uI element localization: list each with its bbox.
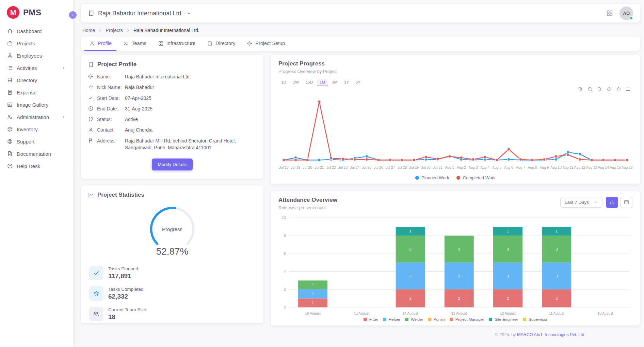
sidebar-item-administration[interactable]: Administration [3, 111, 70, 123]
attendance-legend: FitterHelperWelderAdminProject ManagerSi… [278, 317, 632, 321]
stat-label: Tasks Planned [108, 266, 138, 271]
sidebar-item-expense[interactable]: Expense [3, 87, 70, 98]
profile-fields: Name:Raja Bahadur International Ltd.Nick… [88, 73, 257, 151]
svg-text:15 August: 15 August [354, 312, 369, 315]
sidebar-item-activities[interactable]: Activities [3, 62, 70, 74]
field-value: 07-Apr-2025 [125, 95, 151, 102]
star-icon [89, 286, 103, 301]
tab-infrastructure[interactable]: Infrastructure [153, 36, 200, 51]
profile-icon [89, 41, 95, 46]
sidebar-item-projects[interactable]: Projects [3, 37, 70, 49]
svg-text:3: 3 [556, 247, 558, 251]
range-1y-button[interactable]: 1Y [341, 79, 352, 86]
sidebar-item-help-desk[interactable]: Help Desk [3, 160, 70, 172]
legend-swatch [415, 176, 419, 180]
range-3m-button[interactable]: 3M [329, 79, 340, 86]
app-name: PMS [23, 8, 42, 17]
legend-item-admin[interactable]: Admin [428, 317, 445, 321]
app-logo[interactable]: M PMS [0, 0, 73, 24]
sidebar-item-support[interactable]: Support [3, 136, 70, 147]
sidebar-item-employees[interactable]: Employees [3, 50, 70, 61]
sidebar-item-dashboard[interactable]: Dashboard [3, 25, 70, 37]
table-view-button[interactable] [620, 197, 632, 208]
breadcrumb: HomeProjectsRaja Bahadur International L… [82, 28, 639, 33]
chevron-left-icon [70, 13, 75, 17]
svg-text:Jul 29: Jul 29 [409, 166, 419, 169]
tab-teams[interactable]: Teams [118, 36, 151, 51]
pan-icon[interactable] [606, 86, 612, 92]
teams-icon [123, 41, 129, 46]
inventory-icon [7, 126, 13, 132]
legend-item-planned-work[interactable]: Planned Work [415, 175, 449, 180]
card-title: Project Progress [278, 60, 325, 67]
svg-text:1: 1 [409, 229, 411, 233]
legend-swatch [456, 176, 460, 180]
svg-text:1: 1 [507, 229, 509, 233]
tab-project-setup[interactable]: Project Setup [242, 36, 290, 51]
sidebar-collapse-button[interactable] [68, 10, 78, 20]
range-15d-button[interactable]: 15D [303, 79, 316, 86]
apps-grid-button[interactable] [606, 10, 613, 17]
svg-text:2: 2 [409, 297, 411, 301]
legend-item-supervisor[interactable]: Supervisor [523, 317, 547, 321]
breadcrumb-item[interactable]: Home [82, 28, 95, 33]
range-1w-button[interactable]: 1W [290, 79, 302, 86]
home-icon[interactable] [616, 86, 622, 92]
sidebar-item-label: Projects [17, 41, 66, 46]
help-desk-icon [7, 163, 13, 169]
card-subtitle: Progress Overview by Project [278, 69, 632, 74]
avatar[interactable]: AD [619, 6, 633, 20]
range-1d-button[interactable]: 1D [278, 79, 289, 86]
left-column: Project Profile Name:Raja Bahadur Intern… [81, 55, 263, 323]
zoom-in-icon[interactable] [578, 86, 583, 92]
svg-text:16 August: 16 August [305, 312, 321, 315]
infrastructure-icon [158, 41, 164, 46]
profile-card-header: Project Profile [88, 61, 257, 68]
zoom-out-icon[interactable] [587, 86, 593, 92]
breadcrumb-item[interactable]: Projects [106, 28, 123, 33]
tab-directory[interactable]: Directory [202, 36, 240, 51]
activities-icon [7, 65, 13, 71]
chart-view-button[interactable] [606, 197, 618, 208]
svg-text:Aug 3: Aug 3 [469, 166, 478, 169]
progress-line-chart[interactable]: Jul 18Jul 19Jul 20Jul 21Jul 22Jul 23Jul … [278, 90, 632, 175]
range-1m-button[interactable]: 1M [317, 79, 328, 86]
legend-item-helper[interactable]: Helper [383, 317, 400, 321]
range-5y-button[interactable]: 5Y [353, 79, 363, 86]
legend-item-welder[interactable]: Welder [405, 317, 423, 321]
sidebar-item-inventory[interactable]: Inventory [3, 123, 70, 135]
project-setup-icon [247, 41, 253, 46]
sidebar-item-documentation[interactable]: Documentation [3, 148, 70, 160]
sidebar-item-label: Inventory [17, 126, 66, 132]
legend-item-site-engineer[interactable]: Site Engineer [489, 317, 518, 321]
sidebar-item-label: Dashboard [17, 28, 66, 34]
sidebar-item-image-gallery[interactable]: Image Gallery [3, 99, 70, 110]
grid-apps-icon [606, 10, 613, 17]
legend-item-completed-work[interactable]: Completed Work [456, 175, 496, 180]
svg-text:3: 3 [507, 247, 509, 251]
svg-text:Aug 5: Aug 5 [492, 166, 501, 169]
card-title: Project Statistics [97, 192, 144, 198]
legend-item-project-manager[interactable]: Project Manager [450, 317, 484, 321]
progress-gauge-block: Progress [140, 202, 205, 250]
logo-icon: M [7, 6, 19, 19]
tab-profile[interactable]: Profile [84, 36, 116, 51]
profile-field-status: Status:Active [88, 116, 257, 123]
date-range-select[interactable]: Last 7 Days [560, 197, 602, 208]
field-value: 31-Aug-2025 [125, 105, 152, 112]
breadcrumb-item: Raja Bahadur International Ltd. [133, 28, 199, 33]
legend-item-fitter[interactable]: Fitter [364, 317, 378, 321]
svg-text:3: 3 [556, 274, 558, 278]
menu-icon[interactable] [625, 86, 631, 92]
selection-zoom-icon[interactable] [597, 86, 602, 92]
footer: © 2025, by MARCO AIoT Technologies Pvt. … [271, 332, 640, 341]
footer-link[interactable]: MARCO AIoT Technologies Pvt. Ltd. [517, 332, 585, 337]
stat-label: Tasks Completed [108, 287, 144, 292]
sidebar-item-directory[interactable]: Directory [3, 74, 70, 86]
attendance-bar-chart[interactable]: 024681016 August11115 August14 August233… [278, 213, 632, 317]
tab-label: Project Setup [255, 41, 285, 46]
svg-text:Aug 9: Aug 9 [540, 166, 549, 169]
company-selector[interactable]: Raja Bahadur International Ltd. [88, 10, 192, 17]
svg-text:Jul 25: Jul 25 [362, 166, 371, 169]
modify-details-button[interactable]: Modify Details [152, 159, 193, 170]
